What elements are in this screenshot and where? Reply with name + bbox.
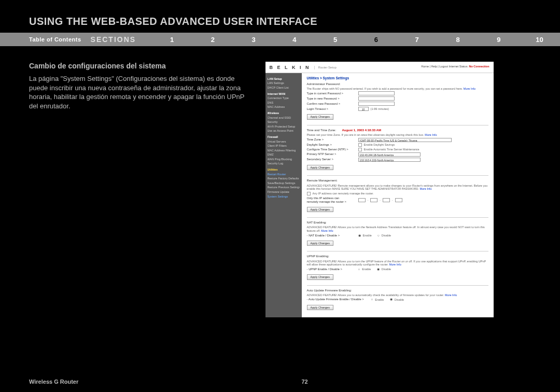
- nat-lbl: - NAT Enable / Disable >: [307, 234, 356, 237]
- sidebar-item[interactable]: WAN Ping Blocking: [268, 157, 300, 162]
- top-links[interactable]: Home | Help | Logout Internet Status: No…: [421, 65, 489, 68]
- toc-link[interactable]: Table of Contents: [0, 36, 91, 43]
- apply-upnp[interactable]: Apply Changes: [307, 274, 333, 280]
- sidebar-item[interactable]: System Settings: [268, 194, 300, 199]
- section-3[interactable]: 3: [233, 36, 274, 44]
- ntp-cfg-label: Configure Time Server (NTP) >: [307, 148, 356, 151]
- new-pw-label: Type in new Password >: [307, 97, 356, 101]
- nat-radio-disable[interactable]: ○: [377, 234, 380, 237]
- nat-disable-text: Disable: [382, 234, 391, 237]
- sidebar-item[interactable]: Security: [268, 120, 300, 124]
- apply-time[interactable]: Apply Changes: [307, 165, 333, 171]
- fw-radio-disable[interactable]: ◉: [390, 298, 393, 301]
- remote-any-checkbox[interactable]: [307, 192, 311, 195]
- section-6[interactable]: 6: [356, 36, 397, 44]
- confirm-pw-input[interactable]: [358, 102, 395, 106]
- sidebar-item[interactable]: Internet WAN: [268, 92, 300, 96]
- tz-select[interactable]: (GMT-08:00) Pacific Time (US & Canada); …: [358, 138, 452, 142]
- timeout-input[interactable]: 10: [358, 107, 369, 111]
- sidebar-item[interactable]: Restore Factory Defaults: [268, 176, 300, 181]
- current-pw-input[interactable]: [358, 91, 395, 95]
- sidebar-item[interactable]: LAN Settings: [268, 81, 300, 86]
- ntp-text: Enable Automatic Time Server Maintenance: [364, 148, 419, 151]
- section-10[interactable]: 10: [519, 36, 560, 44]
- apply-remote[interactable]: Apply Changes: [307, 207, 333, 213]
- remote-title: Remote Management:: [307, 179, 488, 183]
- section-nav: Table of Contents SECTIONS 1 2 3 4 5 6 7…: [0, 33, 560, 46]
- apply-nat[interactable]: Apply Changes: [307, 241, 333, 246]
- internet-status: No Connection: [469, 65, 489, 68]
- body-text: La página "System Settings" (Configuraci…: [29, 74, 255, 110]
- timeout-label: Login Timeout >: [307, 107, 356, 111]
- timeout-suffix: (1-99 minutes): [371, 107, 389, 111]
- remote-more[interactable]: More Info: [419, 187, 431, 190]
- section-4[interactable]: 4: [274, 36, 315, 44]
- new-pw-input[interactable]: [358, 96, 395, 101]
- sections-label: SECTIONS: [91, 35, 152, 44]
- upnp-radio-enable[interactable]: ○: [358, 268, 360, 271]
- confirm-pw-label: Confirm new Password >: [307, 102, 356, 106]
- apply-fw[interactable]: Apply Changes: [307, 305, 333, 311]
- ip-oct4[interactable]: [395, 198, 402, 202]
- sidebar-item[interactable]: Restore Previous Settings: [268, 185, 300, 190]
- router-sidebar: LAN SetupLAN SettingsDHCP Client ListInt…: [265, 73, 302, 317]
- sidebar-item[interactable]: MAC Address: [268, 105, 300, 109]
- sidebar-item[interactable]: LAN Setup: [268, 77, 300, 81]
- sidebar-item[interactable]: DNS: [268, 101, 300, 105]
- time-title: Time and Time Zone:: [307, 129, 336, 132]
- sidebar-item[interactable]: Connection Type: [268, 96, 300, 101]
- apply-admin[interactable]: Apply Changes: [307, 114, 333, 120]
- upnp-title: UPNP Enabling:: [307, 255, 488, 258]
- section-9[interactable]: 9: [478, 36, 519, 44]
- section-1[interactable]: 1: [151, 36, 192, 44]
- ip-oct2[interactable]: [370, 198, 377, 202]
- sidebar-item[interactable]: Restart Router: [268, 172, 300, 177]
- sidebar-item[interactable]: Use as Access Point: [268, 129, 300, 133]
- section-5[interactable]: 5: [315, 36, 356, 44]
- ntp1-label: Primary NTP Server >: [307, 152, 356, 156]
- nat-radio-enable[interactable]: ◉: [358, 234, 361, 237]
- ntp2-select[interactable]: 132.163.4.102-North America: [358, 158, 421, 162]
- fw-radio-enable[interactable]: ○: [371, 298, 373, 301]
- ntp1-select[interactable]: 132.43.244.18-North America: [358, 152, 421, 157]
- nat-more[interactable]: More Info: [321, 229, 333, 232]
- sidebar-item[interactable]: MAC Address Filtering: [268, 148, 300, 153]
- sidebar-item[interactable]: Channel and SSID: [268, 116, 300, 120]
- ntp-checkbox[interactable]: [358, 148, 362, 151]
- dst-text: Enable Daylight Savings: [364, 143, 395, 147]
- section-8[interactable]: 8: [438, 36, 479, 44]
- brand-logo: B E L K I N: [270, 65, 311, 71]
- sidebar-item[interactable]: DMZ: [268, 152, 300, 157]
- page-title: USING THE WEB-BASED ADVANCED USER INTERF…: [0, 0, 560, 33]
- current-pw-label: Type in current Password >: [307, 92, 356, 95]
- time-more[interactable]: More Info: [425, 133, 437, 136]
- time-note: Please set your time Zone. If you are in…: [307, 133, 425, 136]
- remote-only-b: remotely manage the router >: [307, 200, 346, 203]
- sidebar-item[interactable]: Utilities: [268, 167, 300, 172]
- upnp-radio-disable[interactable]: ◉: [377, 268, 380, 271]
- sidebar-item[interactable]: Wi-Fi Protected Setup: [268, 124, 300, 129]
- page-footer: Wireless G Router 72: [29, 379, 531, 385]
- fw-title: Auto Update Firmware Enabling:: [307, 289, 488, 292]
- ip-oct1[interactable]: [358, 198, 366, 202]
- ip-oct3[interactable]: [383, 198, 390, 202]
- section-7[interactable]: 7: [397, 36, 438, 44]
- sidebar-item[interactable]: DHCP Client List: [268, 86, 300, 90]
- sidebar-item[interactable]: Security Log: [268, 161, 300, 166]
- sidebar-item[interactable]: Save/Backup Settings: [268, 181, 300, 186]
- upnp-enable-text: Enable: [362, 268, 371, 271]
- dst-checkbox[interactable]: [358, 143, 362, 147]
- fw-more[interactable]: More Info: [445, 293, 457, 297]
- sidebar-item[interactable]: Virtual Servers: [268, 139, 300, 144]
- header-links[interactable]: Home | Help | Logout Internet Status:: [421, 65, 468, 68]
- sidebar-item[interactable]: Firmware Update: [268, 190, 300, 194]
- section-2[interactable]: 2: [192, 36, 233, 44]
- nat-note: ADVANCED FEATURE! Allows you to turn the…: [307, 226, 485, 232]
- sidebar-item[interactable]: Wireless: [268, 111, 300, 116]
- upnp-more[interactable]: More Info: [389, 263, 401, 266]
- page-number: 72: [302, 379, 308, 385]
- sidebar-item[interactable]: Client IP Filters: [268, 144, 300, 148]
- upnp-lbl: - UPNP Enable / Disable >: [307, 268, 356, 271]
- sidebar-item[interactable]: Firewall: [268, 135, 300, 139]
- admin-more[interactable]: More Info: [464, 87, 475, 90]
